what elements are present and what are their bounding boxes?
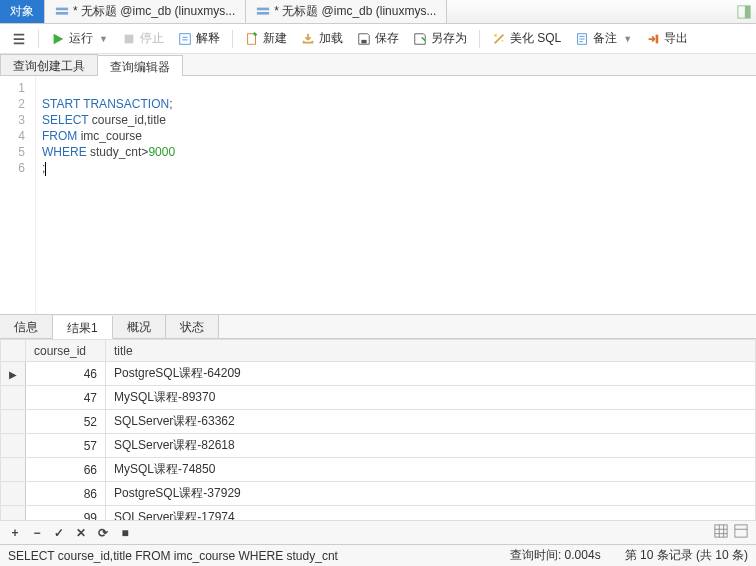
cell-course-id[interactable]: 57 xyxy=(26,434,106,458)
notes-icon xyxy=(575,32,589,46)
table-row[interactable]: 86PostgreSQL课程-37929 xyxy=(1,482,756,506)
query-icon xyxy=(55,5,69,19)
tab-result-1[interactable]: 结果1 xyxy=(53,316,113,339)
beautify-button[interactable]: 美化 SQL xyxy=(486,28,567,49)
row-indicator xyxy=(1,458,26,482)
cell-title[interactable]: PostgreSQL课程-64209 xyxy=(106,362,756,386)
tab-objects-label: 对象 xyxy=(10,3,34,20)
sql-editor[interactable]: 123456 START TRANSACTION; SELECT course_… xyxy=(0,76,756,314)
svg-rect-3 xyxy=(257,12,269,15)
stop-fetch-button[interactable]: ■ xyxy=(118,526,132,540)
saveas-icon xyxy=(413,32,427,46)
svg-rect-7 xyxy=(180,33,191,44)
result-grid[interactable]: course_id title ▶46PostgreSQL课程-6420947M… xyxy=(0,339,756,520)
export-icon xyxy=(646,32,660,46)
commit-button[interactable]: ✓ xyxy=(52,526,66,540)
row-indicator xyxy=(1,410,26,434)
tab-query-1[interactable]: * 无标题 @imc_db (linuxmys... xyxy=(45,0,246,23)
load-icon xyxy=(301,32,315,46)
status-sql: SELECT course_id,title FROM imc_course W… xyxy=(8,549,486,563)
table-row[interactable]: ▶46PostgreSQL课程-64209 xyxy=(1,362,756,386)
editor-tabs: 查询创建工具 查询编辑器 xyxy=(0,54,756,76)
svg-rect-8 xyxy=(248,33,256,44)
table-row[interactable]: 47MySQL课程-89370 xyxy=(1,386,756,410)
cell-course-id[interactable]: 52 xyxy=(26,410,106,434)
run-button[interactable]: 运行▼ xyxy=(45,28,114,49)
svg-rect-13 xyxy=(656,34,659,43)
panel-toggle-icon[interactable] xyxy=(732,0,756,23)
results-panel: 信息 结果1 概况 状态 course_id title ▶46PostgreS… xyxy=(0,314,756,544)
cancel-button[interactable]: ✕ xyxy=(74,526,88,540)
cell-title[interactable]: PostgreSQL课程-37929 xyxy=(106,482,756,506)
row-indicator xyxy=(1,482,26,506)
tab-status[interactable]: 状态 xyxy=(166,315,219,338)
notes-button[interactable]: 备注▼ xyxy=(569,28,638,49)
table-row[interactable]: 66MySQL课程-74850 xyxy=(1,458,756,482)
tab-objects[interactable]: 对象 xyxy=(0,0,45,23)
save-button[interactable]: 保存 xyxy=(351,28,405,49)
svg-rect-15 xyxy=(735,525,747,537)
new-icon xyxy=(245,32,259,46)
svg-rect-6 xyxy=(125,34,134,43)
cell-course-id[interactable]: 99 xyxy=(26,506,106,521)
tab-query-1-label: * 无标题 @imc_db (linuxmys... xyxy=(73,3,235,20)
chevron-down-icon: ▼ xyxy=(623,34,632,44)
row-indicator xyxy=(1,386,26,410)
explain-icon xyxy=(178,32,192,46)
tab-query-builder[interactable]: 查询创建工具 xyxy=(0,54,98,75)
tab-profile[interactable]: 概况 xyxy=(113,315,166,338)
cell-course-id[interactable]: 66 xyxy=(26,458,106,482)
cell-title[interactable]: SQLServer课程-82618 xyxy=(106,434,756,458)
cell-course-id[interactable]: 46 xyxy=(26,362,106,386)
result-tabs: 信息 结果1 概况 状态 xyxy=(0,315,756,339)
tab-query-2-label: * 无标题 @imc_db (linuxmys... xyxy=(274,3,436,20)
tab-info[interactable]: 信息 xyxy=(0,315,53,338)
load-button[interactable]: 加载 xyxy=(295,28,349,49)
main-toolbar: 运行▼ 停止 解释 新建 加载 保存 另存为 美化 SQL 备注▼ 导出 xyxy=(0,24,756,54)
stop-button[interactable]: 停止 xyxy=(116,28,170,49)
line-gutter: 123456 xyxy=(0,76,36,314)
grid-toolbar: + − ✓ ✕ ⟳ ■ xyxy=(0,520,756,544)
stop-icon xyxy=(122,32,136,46)
export-button[interactable]: 导出 xyxy=(640,28,694,49)
grid-view-icon[interactable] xyxy=(714,524,728,541)
cell-course-id[interactable]: 47 xyxy=(26,386,106,410)
query-icon xyxy=(256,5,270,19)
explain-button[interactable]: 解释 xyxy=(172,28,226,49)
save-icon xyxy=(357,32,371,46)
table-row[interactable]: 52SQLServer课程-63362 xyxy=(1,410,756,434)
saveas-button[interactable]: 另存为 xyxy=(407,28,473,49)
menu-icon xyxy=(12,32,26,46)
code-area[interactable]: START TRANSACTION; SELECT course_id,titl… xyxy=(36,76,756,314)
form-view-icon[interactable] xyxy=(734,524,748,541)
delete-row-button[interactable]: − xyxy=(30,526,44,540)
column-course-id[interactable]: course_id xyxy=(26,340,106,362)
play-icon xyxy=(51,32,65,46)
row-indicator xyxy=(1,434,26,458)
table-row[interactable]: 57SQLServer课程-82618 xyxy=(1,434,756,458)
cell-title[interactable]: MySQL课程-89370 xyxy=(106,386,756,410)
chevron-down-icon: ▼ xyxy=(99,34,108,44)
svg-rect-0 xyxy=(56,7,68,10)
svg-point-10 xyxy=(494,34,497,37)
svg-rect-5 xyxy=(745,5,750,17)
new-button[interactable]: 新建 xyxy=(239,28,293,49)
refresh-button[interactable]: ⟳ xyxy=(96,526,110,540)
text-caret xyxy=(45,162,46,176)
status-time: 查询时间: 0.004s xyxy=(510,547,601,564)
cell-title[interactable]: MySQL课程-74850 xyxy=(106,458,756,482)
column-title[interactable]: title xyxy=(106,340,756,362)
cell-title[interactable]: SQLServer课程-63362 xyxy=(106,410,756,434)
table-row[interactable]: 99SQLServer课程-17974 xyxy=(1,506,756,521)
status-bar: SELECT course_id,title FROM imc_course W… xyxy=(0,544,756,566)
tab-query-2[interactable]: * 无标题 @imc_db (linuxmys... xyxy=(246,0,447,23)
cell-course-id[interactable]: 86 xyxy=(26,482,106,506)
add-row-button[interactable]: + xyxy=(8,526,22,540)
svg-point-11 xyxy=(502,39,504,41)
svg-rect-9 xyxy=(361,39,366,43)
svg-rect-2 xyxy=(257,7,269,10)
svg-rect-14 xyxy=(715,525,727,537)
cell-title[interactable]: SQLServer课程-17974 xyxy=(106,506,756,521)
menu-button[interactable] xyxy=(6,30,32,48)
tab-query-editor[interactable]: 查询编辑器 xyxy=(97,55,183,76)
